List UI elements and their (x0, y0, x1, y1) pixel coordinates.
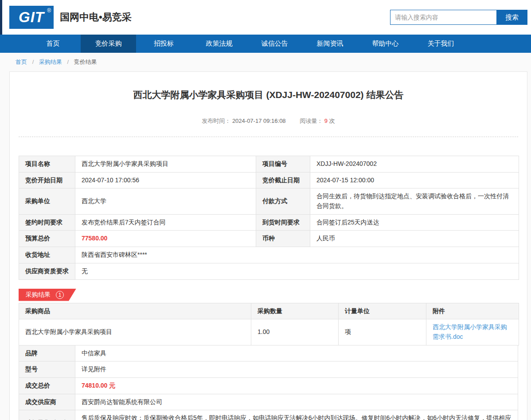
nav-item-help-center[interactable]: 帮助中心 (358, 35, 413, 53)
info-label: 供应商资质要求 (19, 263, 75, 279)
table-row: 竞价开始日期 2024-07-10 17:00:56 竞价截止日期 2024-0… (19, 172, 519, 188)
table-row: 预算总价 77580.00 币种 人民币 (19, 231, 519, 247)
page-title: 西北大学附属小学家具采购项目 (XDJJ-HW-202407002) 结果公告 (19, 89, 518, 101)
purchase-result-table: 采购商品 采购数量 计量单位 附件 西北大学附属小学家具采购项目 1.00 项 … (19, 303, 519, 345)
views-label: 阅读量： (300, 118, 323, 124)
info-value: 无 (75, 263, 519, 279)
breadcrumb-home[interactable]: 首页 (16, 59, 27, 65)
table-row: 成交供应商 西安爵尚达智能系统有限公司 (19, 394, 518, 410)
registered-trademark-icon: ® (47, 8, 51, 14)
table-row: 供应商资质要求 无 (19, 263, 519, 279)
info-value: 合同生效后，待货物到达指定地点、安装调试验收合格后，一次性付清合同货款。 (310, 188, 519, 214)
site-logo[interactable]: GIT ® (9, 6, 54, 29)
info-label: 竞价截止日期 (256, 172, 310, 188)
column-header-product: 采购商品 (19, 303, 251, 319)
warranty-service-value: 售后质保及响应时效：质保期验收合格后5年，即时电话响应，如电话响应无法解决6小时… (75, 410, 518, 420)
info-value: 发布竞价结果后7天内签订合同 (75, 214, 256, 231)
column-header-unit: 计量单位 (339, 303, 426, 319)
product-name: 西北大学附属小学家具采购项目 (19, 319, 251, 345)
measure-unit: 项 (339, 319, 426, 345)
attachment-cell: 西北大学附属小学家具采购需求书.doc (426, 319, 519, 345)
nav-item-bidding-purchase[interactable]: 竞价采购 (81, 35, 136, 53)
search-bar: 搜索 (390, 10, 527, 25)
table-row: 项目名称 西北大学附属小学家具采购项目 项目编号 XDJJ-HW-2024070… (19, 156, 519, 173)
article-meta: 发布时间： 2024-07-17 09:16:08 阅读量： 9 次 (19, 117, 518, 125)
info-value: XDJJ-HW-202407002 (310, 156, 519, 173)
views-count: 9 (324, 118, 328, 124)
table-row: 品牌 中信家具 (19, 345, 518, 361)
info-value: 2024-07-15 12:00:00 (310, 172, 519, 188)
table-row: 质保及售后服务 售后质保及响应时效：质保期验收合格后5年，即时电话响应，如电话响… (19, 410, 518, 420)
column-header-attachment: 附件 (426, 303, 519, 319)
detail-label: 成交供应商 (19, 394, 75, 410)
table-row: 型号 详见附件 (19, 361, 518, 378)
info-label: 采购单位 (19, 188, 75, 214)
table-row: 西北大学附属小学家具采购项目 1.00 项 西北大学附属小学家具采购需求书.do… (19, 319, 519, 345)
info-label: 预算总价 (19, 231, 75, 247)
nav-item-about-us[interactable]: 关于我们 (413, 35, 469, 53)
detail-label: 型号 (19, 361, 75, 378)
purchase-quantity: 1.00 (251, 319, 339, 345)
info-value: 2024-07-10 17:00:56 (75, 172, 256, 188)
nav-item-tender[interactable]: 招投标 (136, 35, 191, 53)
purchase-result-ribbon: 采购结果 1 (19, 289, 76, 301)
info-label: 到货时间要求 (256, 214, 310, 231)
info-value: 西北大学附属小学家具采购项目 (75, 156, 256, 173)
info-label: 签约时间要求 (19, 214, 75, 231)
final-price-value: 74810.00 元 (75, 377, 518, 394)
breadcrumb-purchase-results[interactable]: 采购结果 (39, 59, 62, 65)
info-value: 陕西省西安市碑林区**** (75, 247, 519, 263)
info-value: 合同签订后25天内送达 (310, 214, 519, 231)
article-header: 西北大学附属小学家具采购项目 (XDJJ-HW-202407002) 结果公告 … (19, 72, 518, 137)
table-row: 成交总价 74810.00 元 (19, 377, 518, 394)
info-label: 竞价开始日期 (19, 172, 75, 188)
model-value: 详见附件 (75, 361, 518, 378)
column-header-quantity: 采购数量 (251, 303, 339, 319)
table-header-row: 采购商品 采购数量 计量单位 附件 (19, 303, 519, 319)
search-button[interactable]: 搜索 (496, 10, 527, 25)
info-label: 付款方式 (256, 188, 310, 214)
content-card: 西北大学附属小学家具采购项目 (XDJJ-HW-202407002) 结果公告 … (9, 71, 527, 420)
table-row: 签约时间要求 发布竞价结果后7天内签订合同 到货时间要求 合同签订后25天内送达 (19, 214, 519, 231)
publish-time-label: 发布时间： (202, 118, 230, 124)
nav-item-integrity-notice[interactable]: 诚信公告 (247, 35, 302, 53)
result-detail-table: 品牌 中信家具 型号 详见附件 成交总价 74810.00 元 成交供应商 西安… (19, 345, 518, 420)
table-row: 收货地址 陕西省西安市碑林区**** (19, 247, 519, 263)
table-row: 采购单位 西北大学 付款方式 合同生效后，待货物到达指定地点、安装调试验收合格后… (19, 188, 519, 214)
breadcrumb-current: 竞价结果 (74, 59, 97, 65)
nav-item-news[interactable]: 新闻资讯 (302, 35, 358, 53)
attachment-link[interactable]: 西北大学附属小学家具采购需求书.doc (433, 323, 507, 340)
budget-total-value: 77580.00 (75, 231, 256, 247)
winning-supplier-value: 西安爵尚达智能系统有限公司 (75, 394, 518, 410)
views-unit: 次 (329, 118, 335, 124)
nav-item-home[interactable]: 首页 (25, 35, 81, 53)
publish-time-value: 2024-07-17 09:16:08 (232, 118, 286, 124)
breadcrumb-separator: / (67, 59, 69, 65)
purchase-result-label: 采购结果 (26, 291, 51, 299)
info-value: 人民币 (310, 231, 519, 247)
info-label: 项目编号 (256, 156, 310, 173)
breadcrumb-separator: / (32, 59, 34, 65)
search-input[interactable] (390, 10, 496, 25)
main-nav: 首页 竞价采购 招投标 政策法规 诚信公告 新闻资讯 帮助中心 关于我们 (0, 35, 531, 53)
detail-label: 成交总价 (19, 377, 75, 394)
detail-label: 品牌 (19, 345, 75, 361)
detail-label: 质保及售后服务 (19, 410, 75, 420)
info-label: 收货地址 (19, 247, 75, 263)
info-label: 币种 (256, 231, 310, 247)
info-label: 项目名称 (19, 156, 75, 173)
breadcrumb: 首页 / 采购结果 / 竞价结果 (0, 53, 531, 71)
project-info-table: 项目名称 西北大学附属小学家具采购项目 项目编号 XDJJ-HW-2024070… (19, 156, 519, 280)
nav-item-policy[interactable]: 政策法规 (191, 35, 247, 53)
result-count-badge: 1 (56, 291, 64, 299)
logo-text: GIT (19, 9, 44, 26)
site-name: 国网中电•易竞采 (60, 11, 132, 24)
header-edge-strip (0, 0, 2, 35)
site-header: GIT ® 国网中电•易竞采 搜索 (0, 0, 531, 35)
info-value: 西北大学 (75, 188, 256, 214)
brand-value: 中信家具 (75, 345, 518, 361)
